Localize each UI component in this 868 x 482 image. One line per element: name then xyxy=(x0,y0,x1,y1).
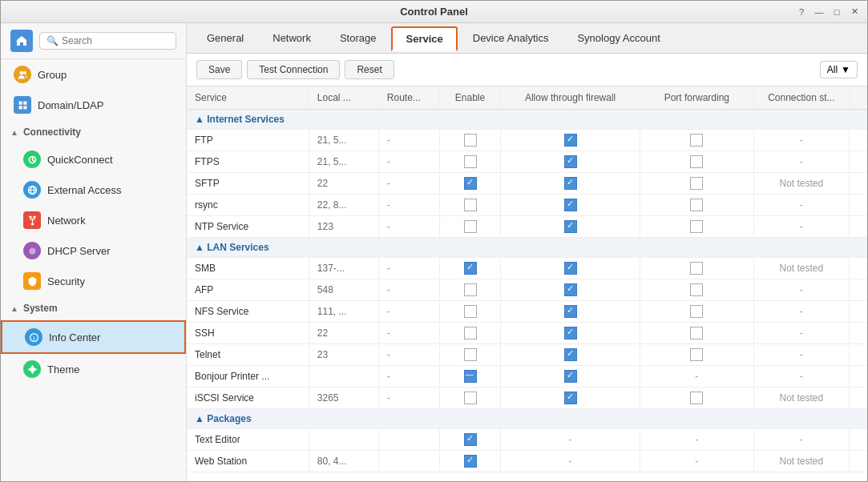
firewall-1-0-checkbox[interactable] xyxy=(564,262,577,275)
tab-network[interactable]: Network xyxy=(259,26,325,50)
sidebar-item-dhcp[interactable]: ⬡ DHCP Server xyxy=(1,235,186,266)
firewall-0-3-checkbox[interactable] xyxy=(564,199,577,211)
save-button[interactable]: Save xyxy=(196,60,242,79)
tab-device-analytics[interactable]: Device Analytics xyxy=(459,26,563,50)
portfwd-1-3-checkbox[interactable] xyxy=(690,327,703,339)
home-button[interactable] xyxy=(10,30,33,52)
sidebar-item-group[interactable]: Group xyxy=(1,59,186,90)
close-button[interactable]: ✕ xyxy=(848,6,861,18)
portfwd-1-0-checkbox[interactable] xyxy=(690,262,703,275)
firewall-0-4-checkbox[interactable] xyxy=(564,220,577,233)
sidebar-item-security-label: Security xyxy=(47,275,85,287)
portfwd-0-3-checkbox[interactable] xyxy=(690,199,703,211)
minimize-button[interactable]: — xyxy=(813,6,826,18)
portfwd-1-6-checkbox[interactable] xyxy=(690,392,703,404)
sidebar-section-connectivity[interactable]: ▲ Connectivity xyxy=(1,120,186,144)
enable-0-2-checkbox[interactable] xyxy=(464,177,477,190)
firewall-2-0-cell: - xyxy=(501,429,640,451)
sidebar-item-external-access[interactable]: External Access xyxy=(1,175,186,205)
enable-0-3-checkbox[interactable] xyxy=(464,199,477,211)
enable-2-1-checkbox[interactable] xyxy=(464,455,477,468)
portfwd-1-2-checkbox[interactable] xyxy=(690,305,703,318)
tab-storage[interactable]: Storage xyxy=(326,26,390,50)
enable-1-5-checkbox[interactable] xyxy=(464,370,477,383)
more-options-button[interactable] xyxy=(850,323,867,344)
col-local: Local ... xyxy=(309,86,378,110)
sidebar-item-domain[interactable]: Domain/LDAP xyxy=(1,90,186,120)
firewall-1-5-checkbox[interactable] xyxy=(564,370,577,383)
sidebar-section-system-label: System xyxy=(23,303,58,314)
more-options-button[interactable] xyxy=(850,195,867,216)
more-options-button[interactable] xyxy=(850,151,867,173)
info-center-icon: i xyxy=(25,328,42,346)
enable-2-0-checkbox[interactable] xyxy=(464,433,477,446)
filter-dropdown[interactable]: All ▼ xyxy=(820,61,858,78)
more-options-button[interactable] xyxy=(850,344,867,366)
test-connection-button[interactable]: Test Connection xyxy=(247,60,340,79)
more-options-button[interactable] xyxy=(850,429,867,451)
sidebar-section-system[interactable]: ▲ System xyxy=(1,296,186,320)
portfwd-0-1-checkbox[interactable] xyxy=(690,155,703,168)
firewall-1-2-checkbox[interactable] xyxy=(564,305,577,318)
more-options-button[interactable] xyxy=(850,366,867,388)
more-options-button[interactable] xyxy=(850,173,867,195)
search-input[interactable] xyxy=(62,35,169,46)
enable-1-1-checkbox[interactable] xyxy=(464,283,477,296)
firewall-1-1-checkbox[interactable] xyxy=(564,283,577,296)
local-port-cell: 22, 8... xyxy=(309,195,378,216)
more-options-button[interactable] xyxy=(850,301,867,323)
local-port-cell: 80, 4... xyxy=(309,451,378,472)
more-options-button[interactable] xyxy=(850,216,867,238)
network-icon xyxy=(23,211,41,229)
firewall-1-4-checkbox[interactable] xyxy=(564,348,577,361)
conn-status-cell: - xyxy=(753,323,850,344)
portfwd-1-1-checkbox[interactable] xyxy=(690,283,703,296)
tab-synology-account[interactable]: Synology Account xyxy=(563,26,673,50)
more-options-button[interactable] xyxy=(850,451,867,472)
enable-0-1-checkbox[interactable] xyxy=(464,155,477,168)
help-button[interactable]: ? xyxy=(795,6,808,18)
firewall-0-2-checkbox[interactable] xyxy=(564,177,577,190)
firewall-0-1-checkbox[interactable] xyxy=(564,155,577,168)
sidebar: 🔍 Group Domain/LDAP ▲ C xyxy=(1,23,187,481)
tab-service[interactable]: Service xyxy=(391,26,457,51)
control-panel-window: Control Panel ? — □ ✕ 🔍 xyxy=(0,0,868,482)
conn-status-cell: - xyxy=(753,216,850,238)
sidebar-item-network[interactable]: Network xyxy=(1,205,186,235)
enable-1-2-checkbox[interactable] xyxy=(464,305,477,318)
firewall-2-1-dash: - xyxy=(569,456,572,467)
portfwd-0-2-checkbox[interactable] xyxy=(690,177,703,190)
more-options-button[interactable] xyxy=(850,130,867,151)
portfwd-1-4-checkbox[interactable] xyxy=(690,348,703,361)
more-options-button[interactable] xyxy=(850,279,867,301)
reset-button[interactable]: Reset xyxy=(345,60,394,79)
portfwd-2-0-cell: - xyxy=(640,429,753,451)
search-box[interactable]: 🔍 xyxy=(39,32,176,50)
enable-0-0-checkbox[interactable] xyxy=(464,134,477,147)
tab-general[interactable]: General xyxy=(193,26,257,50)
route-cell: - xyxy=(378,173,439,195)
enable-1-6-checkbox[interactable] xyxy=(464,392,477,404)
enable-1-0-checkbox[interactable] xyxy=(464,262,477,275)
firewall-0-0-checkbox[interactable] xyxy=(564,134,577,147)
firewall-1-6-checkbox[interactable] xyxy=(564,392,577,404)
maximize-button[interactable]: □ xyxy=(830,6,843,18)
sidebar-item-theme-label: Theme xyxy=(47,364,79,376)
sidebar-item-theme[interactable]: Theme xyxy=(1,354,186,384)
enable-1-4-checkbox[interactable] xyxy=(464,348,477,361)
col-route: Route... xyxy=(378,86,439,110)
enable-0-4-checkbox[interactable] xyxy=(464,220,477,233)
sidebar-item-dhcp-label: DHCP Server xyxy=(47,245,111,257)
local-port-cell: 137-... xyxy=(309,258,378,279)
sidebar-item-quickconnect[interactable]: QuickConnect xyxy=(1,144,186,175)
sidebar-item-security[interactable]: Security xyxy=(1,266,186,296)
firewall-1-4-cell xyxy=(501,344,640,366)
portfwd-0-4-checkbox[interactable] xyxy=(690,220,703,233)
more-options-button[interactable] xyxy=(850,258,867,279)
firewall-1-3-checkbox[interactable] xyxy=(564,327,577,339)
enable-1-3-checkbox[interactable] xyxy=(464,327,477,339)
sidebar-item-info-center[interactable]: i Info Center xyxy=(1,320,186,354)
enable-0-2-cell xyxy=(439,173,500,195)
more-options-button[interactable] xyxy=(850,388,867,409)
portfwd-0-0-checkbox[interactable] xyxy=(690,134,703,147)
